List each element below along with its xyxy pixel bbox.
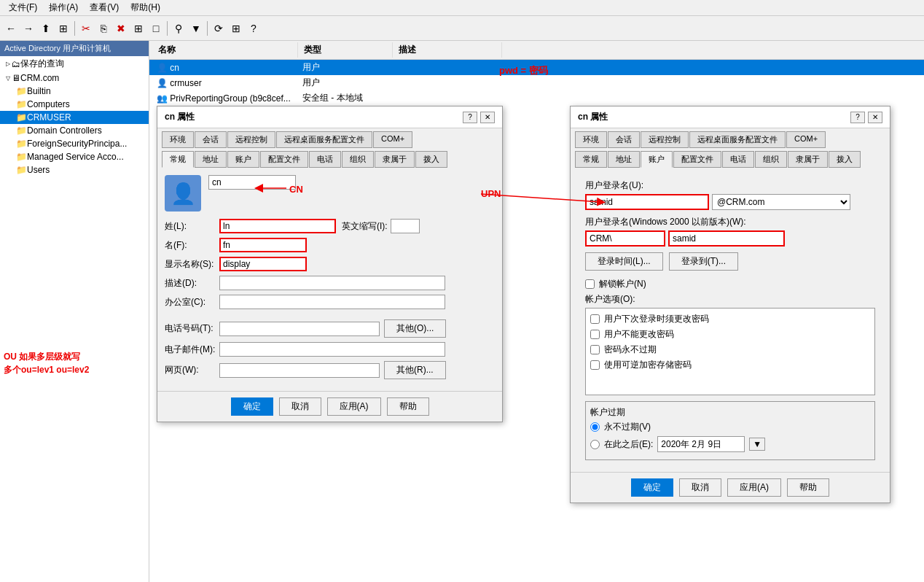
dialog2-cancel-btn[interactable]: 取消 (679, 478, 721, 497)
dialog1-close-btn[interactable]: ✕ (480, 112, 495, 123)
other-phone-btn[interactable]: 其他(O)... (384, 319, 446, 338)
row-crmuser[interactable]: 👤 crmuser 用户 (149, 75, 924, 90)
pre2000-prefix-input[interactable] (585, 230, 665, 247)
input-desc[interactable] (219, 276, 445, 290)
dialog1-ok-btn[interactable]: 确定 (231, 397, 273, 416)
tab-com[interactable]: COM+ (373, 131, 412, 148)
tree-item-crm[interactable]: ▽ 🖥 CRM.com (0, 71, 149, 85)
tree-item-builtin[interactable]: 📁 Builtin (0, 85, 149, 98)
cn-name-input[interactable] (208, 175, 296, 190)
d2-tab-account[interactable]: 账户 (641, 151, 673, 168)
expire-date-picker[interactable]: ▼ (749, 438, 765, 451)
expire-date-input[interactable] (657, 436, 745, 452)
folder-icon: 🗂 (12, 59, 20, 69)
input-email[interactable] (219, 342, 445, 357)
tb-show-tree[interactable]: ⊞ (55, 20, 71, 36)
dialog2-apply-btn[interactable]: 应用(A) (727, 478, 781, 497)
d2-tab-session[interactable]: 会话 (608, 131, 640, 148)
input-office[interactable] (219, 295, 445, 309)
user-icon-area: 👤 (165, 175, 495, 212)
d2-tab-env[interactable]: 环境 (575, 131, 607, 148)
menu-view[interactable]: 查看(V) (84, 0, 125, 15)
logon-time-btn[interactable]: 登录时间(L)... (585, 252, 663, 271)
tree-item-saved-queries[interactable]: ▷ 🗂 保存的查询 (0, 56, 149, 71)
d2-tab-address[interactable]: 地址 (608, 151, 640, 168)
d2-tab-org[interactable]: 组织 (755, 151, 787, 168)
tab-account[interactable]: 账户 (227, 151, 259, 168)
logon-input[interactable] (585, 194, 709, 210)
dialog2-title-text: cn 属性 (578, 111, 608, 123)
menu-file[interactable]: 文件(F) (3, 0, 43, 15)
d2-tab-dial[interactable]: 拨入 (829, 151, 861, 168)
tb-export[interactable]: ⊞ (228, 20, 244, 36)
dialog2-close-btn[interactable]: ✕ (868, 112, 882, 123)
d2-tab-general[interactable]: 常规 (575, 151, 607, 168)
d2-tab-remote-ctrl[interactable]: 远程控制 (641, 131, 689, 148)
tab-phone[interactable]: 电话 (309, 151, 341, 168)
dialog2-help-btn2[interactable]: 帮助 (787, 478, 829, 497)
cell-priv-name: 👥 PrivReportingGroup (b9c8cef... (152, 93, 298, 104)
tree-label-crmuser: CRMUSER (27, 112, 71, 123)
dialog2-ok-btn[interactable]: 确定 (631, 478, 673, 497)
dialog1-apply-btn[interactable]: 应用(A) (327, 397, 381, 416)
other-webpage-btn[interactable]: 其他(R)... (384, 361, 446, 379)
tb-help[interactable]: ? (246, 20, 262, 36)
pre2000-value-input[interactable] (668, 230, 785, 247)
tree-item-computers[interactable]: 📁 Computers (0, 98, 149, 111)
logon-to-btn[interactable]: 登录到(T)... (669, 252, 738, 271)
tab-profile[interactable]: 配置文件 (260, 151, 308, 168)
d2-tab-profile[interactable]: 配置文件 (673, 151, 721, 168)
d2-tab-phone[interactable]: 电话 (722, 151, 754, 168)
tab-session[interactable]: 会话 (195, 131, 227, 148)
tb-back[interactable]: ← (3, 20, 19, 36)
input-webpage[interactable] (219, 363, 380, 378)
tb-properties[interactable]: ⊞ (130, 20, 146, 36)
tree-item-foreign[interactable]: 📁 ForeignSecurityPrincipa... (0, 137, 149, 150)
row-priv-reporting[interactable]: 👥 PrivReportingGroup (b9c8cef... 安全组 - 本… (149, 90, 924, 106)
tb-find[interactable]: ⚲ (171, 20, 187, 36)
dialog1-help-btn2[interactable]: 帮助 (387, 397, 429, 416)
tb-refresh[interactable]: ⟳ (211, 20, 227, 36)
domain-select[interactable]: @CRM.com (712, 194, 850, 210)
input-surname[interactable] (219, 219, 336, 233)
dialog2-help-btn[interactable]: ? (850, 112, 865, 123)
unlock-checkbox[interactable] (585, 279, 595, 289)
expire-never-label: 永不过期(V) (604, 421, 651, 433)
tb-new[interactable]: □ (148, 20, 164, 36)
dialog1-help-btn[interactable]: ? (463, 112, 477, 123)
tab-env[interactable]: 环境 (162, 131, 194, 148)
expire-after-radio[interactable] (590, 440, 600, 449)
dialog1-cancel-btn[interactable]: 取消 (279, 397, 321, 416)
tb-cut[interactable]: ✂ (78, 20, 94, 36)
tab-address[interactable]: 地址 (195, 151, 227, 168)
tb-filter[interactable]: ▼ (188, 20, 204, 36)
input-firstname[interactable] (219, 238, 307, 252)
tab-general[interactable]: 常规 (162, 151, 194, 168)
tab-dial[interactable]: 拨入 (415, 151, 447, 168)
tab-remote-ctrl[interactable]: 远程控制 (227, 131, 275, 148)
tree-item-crmuser[interactable]: 📁 CRMUSER (0, 111, 149, 124)
input-displayname[interactable] (219, 257, 307, 271)
input-phone[interactable] (219, 322, 380, 336)
menu-help[interactable]: 帮助(H) (125, 0, 166, 15)
d2-tab-member[interactable]: 隶属于 (788, 151, 828, 168)
d2-tab-remote-desktop[interactable]: 远程桌面服务配置文件 (689, 131, 786, 148)
tb-up[interactable]: ⬆ (38, 20, 54, 36)
tree-item-managed[interactable]: 📁 Managed Service Acco... (0, 150, 149, 163)
tb-forward[interactable]: → (20, 20, 36, 36)
tree-item-users[interactable]: 📁 Users (0, 163, 149, 176)
tb-copy[interactable]: ⎘ (95, 20, 111, 36)
opt-cb-4[interactable] (590, 360, 600, 370)
tab-remote-desktop[interactable]: 远程桌面服务配置文件 (276, 131, 372, 148)
tb-delete[interactable]: ✖ (113, 20, 129, 36)
d2-tab-com[interactable]: COM+ (786, 131, 826, 148)
expire-never-radio[interactable] (590, 422, 600, 432)
menu-action[interactable]: 操作(A) (43, 0, 84, 15)
input-abbr[interactable] (391, 219, 420, 233)
tab-member-of[interactable]: 隶属于 (375, 151, 415, 168)
opt-cb-3[interactable] (590, 345, 600, 354)
opt-cb-1[interactable] (590, 314, 600, 324)
tab-org[interactable]: 组织 (342, 151, 374, 168)
opt-cb-2[interactable] (590, 330, 600, 339)
tree-item-dc[interactable]: 📁 Domain Controllers (0, 124, 149, 137)
